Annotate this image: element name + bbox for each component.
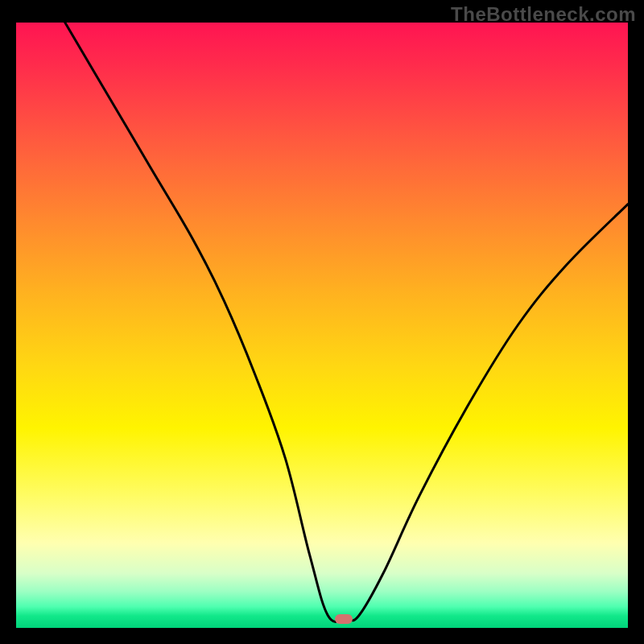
plot-area <box>16 23 628 628</box>
watermark-text: TheBottleneck.com <box>451 3 636 26</box>
optimal-point-marker <box>335 614 353 624</box>
chart-frame: TheBottleneck.com <box>0 0 644 644</box>
bottleneck-curve <box>16 23 628 628</box>
curve-path <box>65 23 628 621</box>
